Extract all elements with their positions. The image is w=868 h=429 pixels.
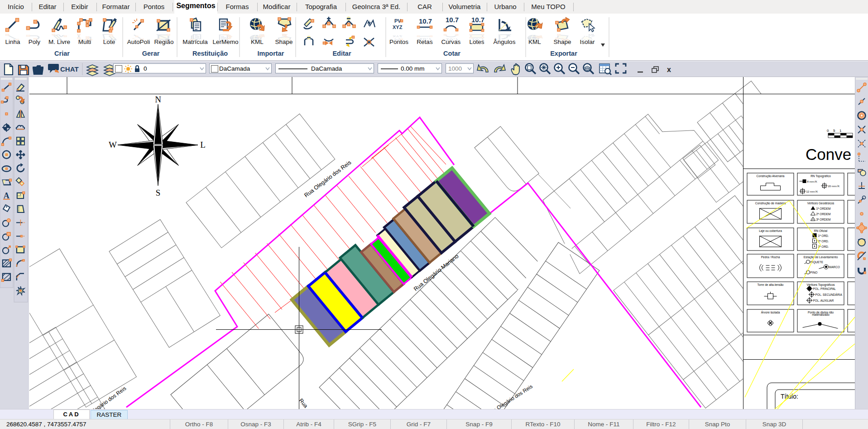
svg-text:L: L [200,140,206,149]
svg-text:Torre de alta-tensão: Torre de alta-tensão [758,283,784,286]
svg-text:N: N [155,95,161,104]
svg-text:POL. AUXILIAR: POL. AUXILIAR [813,299,834,302]
svg-text:Conve: Conve [806,145,851,163]
svg-text:POL. SECUNDÁRIA: POL. SECUNDÁRIA [815,293,843,296]
svg-text:10.7: 10.7 [419,17,432,25]
svg-text:5: 5 [833,129,835,133]
svg-text:0: 0 [827,129,829,133]
svg-text:2ª ORDEM: 2ª ORDEM [816,212,831,216]
svg-text:20 mm√K: 20 mm√K [828,185,840,188]
svg-text:8 mm√K: 8 mm√K [807,180,817,183]
svg-text:W: W [109,140,117,149]
svg-text:3ª ORDEM: 3ª ORDEM [816,218,831,221]
svg-text:RN Oficial: RN Oficial [814,229,828,232]
svg-text:1: 1 [839,129,842,133]
svg-text:Árvore isolada: Árvore isolada [761,310,780,314]
svg-text:PINO: PINO [810,271,818,274]
svg-text:12 mm√K: 12 mm√K [806,190,818,193]
svg-text:Construção Alvenaria: Construção Alvenaria [757,174,785,178]
svg-text:1ª ORD.: 1ª ORD. [818,234,829,237]
svg-text:Construção de madeira: Construção de madeira [755,202,786,205]
svg-text:Laje ou cobertura: Laje ou cobertura [759,229,782,233]
svg-text:10.7: 10.7 [446,16,459,24]
svg-text:XYZ: XYZ [393,24,403,30]
svg-text:POL. PRINCIPAL: POL. PRINCIPAL [813,287,836,290]
svg-text:Vértices Geodésicos: Vértices Geodésicos [807,202,834,205]
svg-text:CHAT: CHAT [60,65,79,73]
svg-text:S: S [156,188,161,198]
svg-text:materializado: materializado [812,313,830,316]
svg-text:10.7: 10.7 [471,16,484,24]
svg-text:1ª ORDEM: 1ª ORDEM [816,207,831,210]
svg-text:Pedra / Rocha: Pedra / Rocha [761,255,780,259]
svg-text:MARCO: MARCO [829,265,840,269]
svg-text:Vértices Topográficos: Vértices Topográficos [806,283,835,287]
svg-text:2ª ORD.: 2ª ORD. [818,240,829,243]
svg-text:RN Topográfico: RN Topográfico [810,174,831,178]
svg-text:x: x [667,66,671,73]
svg-text:Estação de Levantamento: Estação de Levantamento [804,255,838,259]
svg-text:Título:: Título: [781,393,798,400]
